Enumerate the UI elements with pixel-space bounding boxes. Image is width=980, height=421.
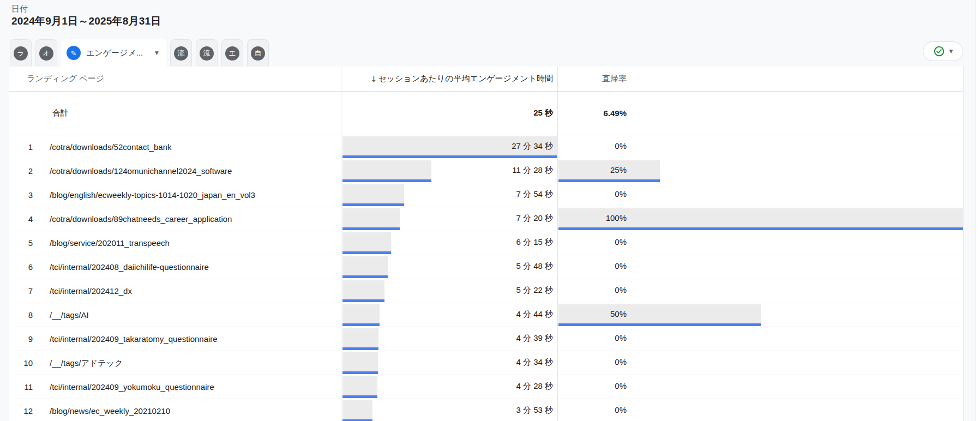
report-tab-3[interactable]: ✎ エンゲージメ... ▼ [61, 39, 166, 67]
report-tab-2[interactable]: オ [35, 39, 57, 67]
chevron-down-icon[interactable]: ▼ [155, 50, 159, 56]
report-tab-strip: ラ オ ✎ エンゲージメ... ▼ 流 流 エ 自 [10, 39, 269, 67]
engagement-time-value: 3 分 53 秒 [516, 405, 553, 415]
row-rank: 6 [9, 262, 33, 272]
bounce-rate-value: 0% [558, 261, 627, 271]
report-tab-4[interactable]: 流 [170, 39, 192, 67]
bounce-rate-value: 0% [558, 141, 627, 151]
landing-page-url: /cotra/downloads/124omunichannel2024_sof… [50, 166, 232, 176]
row-rank: 11 [9, 382, 33, 392]
engagement-time-value: 27 分 34 秒 [512, 141, 553, 151]
row-rank: 9 [9, 334, 33, 344]
table-row[interactable]: 4 /cotra/downloads/89chatneeds_career_ap… [9, 207, 963, 231]
bounce-rate-value: 0% [558, 381, 627, 391]
bounce-rate-value: 0% [558, 285, 627, 295]
bounce-rate-value: 0% [558, 357, 627, 367]
column-header-bounce-rate[interactable]: 直帰率 [557, 67, 964, 91]
engagement-time-value: 5 分 22 秒 [516, 285, 553, 295]
totals-bounce-rate: 6.49% [558, 109, 627, 118]
engagement-time-value: 4 分 34 秒 [516, 357, 553, 367]
date-label: 日付 [11, 3, 161, 14]
landing-page-url: /__/tags/アドテック [50, 358, 123, 368]
row-rank: 8 [9, 310, 33, 320]
table-row[interactable]: 9 /tci/internal/202409_takaratomy_questi… [9, 327, 963, 351]
bounce-rate-value: 0% [558, 333, 627, 343]
landing-page-url: /blog/english/ecweekly-topics-1014-1020_… [50, 190, 255, 200]
table-row[interactable]: 10 /__/tags/アドテック 4 分 34 秒 0% [9, 351, 963, 375]
table-row[interactable]: 6 /tci/internal/202408_daiichilife-quest… [9, 255, 963, 279]
table-row[interactable]: 7 /tci/internal/202412_dx 5 分 22 秒 0% [9, 279, 963, 303]
engagement-time-bar [342, 304, 380, 326]
engagement-time-value: 4 分 44 秒 [516, 309, 553, 319]
landing-page-url: /cotra/downloads/52contact_bank [50, 142, 171, 152]
engagement-time-value: 7 分 54 秒 [516, 189, 553, 199]
engagement-time-value: 6 分 15 秒 [516, 237, 553, 247]
table-row[interactable]: 1 /cotra/downloads/52contact_bank 27 分 3… [9, 135, 963, 159]
report-tab-5[interactable]: 流 [196, 39, 218, 67]
totals-engagement-time: 25 秒 [533, 108, 553, 118]
engagement-time-value: 5 分 48 秒 [516, 261, 553, 271]
row-rank: 5 [9, 238, 33, 248]
sort-descending-icon: ↓ [371, 75, 377, 83]
bounce-rate-value: 0% [558, 405, 627, 415]
landing-page-url: /tci/internal/202408_daiichilife-questio… [50, 262, 209, 272]
landing-page-url: /blog/news/ec_weekly_20210210 [50, 406, 170, 416]
engagement-time-bar [342, 376, 377, 398]
row-rank: 1 [9, 142, 33, 152]
row-rank: 12 [9, 406, 33, 416]
chevron-down-icon[interactable]: ▼ [949, 49, 953, 54]
report-tab-6[interactable]: エ [221, 39, 243, 67]
tab-icon: 流 [200, 46, 214, 61]
landing-page-url: /cotra/downloads/89chatneeds_career_appl… [50, 214, 232, 224]
engagement-time-value: 11 分 28 秒 [512, 165, 553, 175]
window-edge [976, 0, 980, 421]
column-header-avg-engagement-time[interactable]: ↓ セッションあたりの平均エンゲージメント時間 [341, 67, 557, 91]
tab-icon: オ [39, 46, 53, 61]
bounce-rate-value: 100% [558, 213, 627, 223]
engagement-time-bar [342, 352, 378, 374]
status-button[interactable]: ▼ [923, 41, 963, 61]
row-rank: 10 [9, 358, 33, 368]
analytics-report-screen: 日付 2024年9月1日～2025年8月31日 ラ オ ✎ エンゲージメ... … [0, 0, 980, 421]
date-header: 日付 2024年9月1日～2025年8月31日 [11, 3, 161, 28]
row-rank: 3 [9, 190, 33, 200]
bounce-rate-value: 0% [558, 189, 627, 199]
column-header-label: 直帰率 [558, 74, 627, 84]
engagement-time-value: 4 分 28 秒 [516, 381, 553, 391]
engagement-time-bar [342, 328, 378, 350]
table-body: 1 /cotra/downloads/52contact_bank 27 分 3… [9, 135, 963, 421]
landing-page-url: /__/tags/AI [50, 310, 89, 320]
table-row[interactable]: 2 /cotra/downloads/124omunichannel2024_s… [9, 159, 963, 183]
column-header-label: ランディング ページ [27, 74, 104, 84]
table-row[interactable]: 3 /blog/english/ecweekly-topics-1014-102… [9, 183, 963, 207]
column-header-landing-page[interactable]: ランディング ページ [9, 67, 341, 91]
engagement-time-bar [342, 256, 388, 278]
row-rank: 2 [9, 166, 33, 176]
table-header-row: ランディング ページ ↓ セッションあたりの平均エンゲージメント時間 直帰率 [9, 67, 963, 92]
table-row[interactable]: 11 /tci/internal/202409_yokumoku_questio… [9, 375, 963, 399]
engagement-time-bar [342, 400, 372, 421]
column-header-label: セッションあたりの平均エンゲージメント時間 [378, 74, 553, 84]
landing-page-url: /blog/service/202011_transpeech [50, 238, 170, 248]
row-rank: 4 [9, 214, 33, 224]
landing-page-url: /tci/internal/202409_yokumoku_questionna… [50, 382, 214, 392]
report-tab-1[interactable]: ラ [10, 39, 32, 67]
bounce-rate-value: 50% [558, 309, 627, 319]
check-circle-icon [933, 45, 945, 57]
tab-label: エンゲージメ... [86, 48, 143, 58]
engagement-time-bar [342, 232, 391, 254]
tab-icon: ラ [14, 46, 28, 61]
landing-page-url: /tci/internal/202409_takaratomy_question… [50, 334, 218, 344]
table-row[interactable]: 12 /blog/news/ec_weekly_20210210 3 分 53 … [9, 399, 963, 421]
tab-icon: 自 [251, 46, 265, 61]
tab-icon: 流 [174, 46, 188, 61]
engagement-time-bar [342, 280, 384, 302]
engagement-time-bar [342, 208, 400, 230]
report-table: ランディング ページ ↓ セッションあたりの平均エンゲージメント時間 直帰率 合… [9, 67, 964, 421]
tab-icon: エ [225, 46, 239, 61]
date-range: 2024年9月1日～2025年8月31日 [11, 14, 161, 28]
report-tab-7[interactable]: 自 [247, 39, 269, 67]
engagement-time-value: 4 分 39 秒 [516, 333, 553, 343]
table-row[interactable]: 5 /blog/service/202011_transpeech 6 分 15… [9, 231, 963, 255]
table-row[interactable]: 8 /__/tags/AI 4 分 44 秒 50% [9, 303, 963, 327]
